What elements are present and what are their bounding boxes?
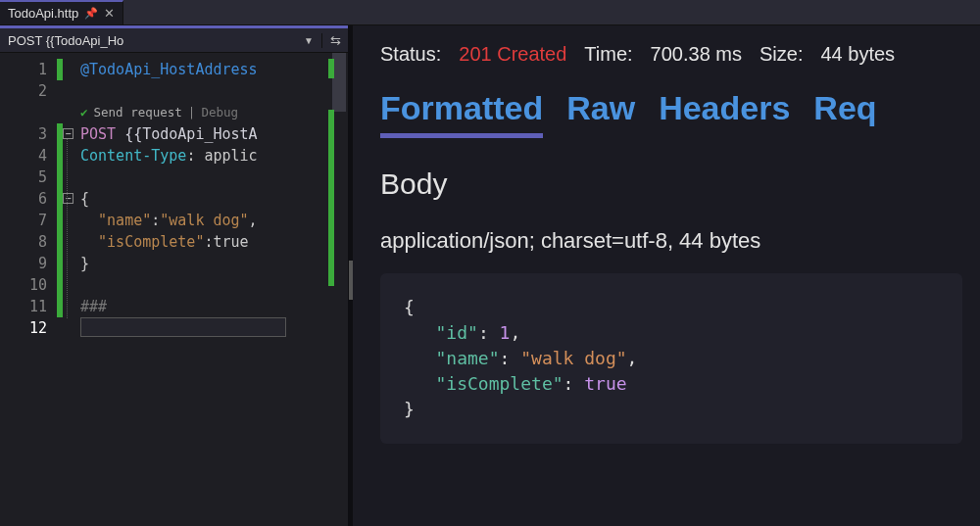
check-icon: ✔ (80, 102, 88, 123)
size-value: 44 bytes (820, 43, 895, 66)
code-text: } (80, 255, 89, 272)
overview-ruler (328, 59, 334, 286)
code-surface[interactable]: − − @TodoApi_HostAddress ✔ Send request … (63, 59, 348, 526)
line-number: 9 (0, 253, 47, 274)
line-number: 5 (0, 167, 47, 188)
status-value: 201 Created (459, 43, 566, 66)
json-key: "name" (98, 212, 151, 229)
line-number-gutter: 1 2 3 4 5 6 7 8 9 10 11 12 (0, 59, 57, 526)
code-text: { (80, 190, 89, 208)
debug-link[interactable]: Debug (201, 102, 238, 123)
response-view-tabs: Formatted Raw Headers Req (380, 89, 962, 138)
document-tab[interactable]: TodoApi.http 📌 ✕ (0, 0, 123, 24)
tab-title: TodoApi.http (8, 6, 78, 21)
tab-raw[interactable]: Raw (566, 89, 635, 138)
scrollbar-thumb[interactable] (332, 53, 346, 112)
status-line: Status: 201 Created Time: 700.38 ms Size… (380, 43, 962, 66)
tab-strip: TodoApi.http 📌 ✕ (0, 0, 980, 25)
request-separator: ### (80, 298, 107, 315)
request-selector-label: POST {{TodoApi_Ho (8, 33, 123, 48)
response-body[interactable]: { "id": 1, "name": "walk dog", "isComple… (380, 273, 962, 444)
http-method: POST (80, 125, 116, 143)
app-root: TodoApi.http 📌 ✕ POST {{TodoApi_Ho ▼ ⇆ 1… (0, 0, 980, 526)
pin-icon[interactable]: 📌 (84, 7, 98, 20)
json-value: true (213, 233, 248, 251)
line-number: 10 (0, 274, 47, 296)
fold-toggle-icon[interactable]: − (63, 128, 74, 139)
time-label: Time: (584, 43, 632, 66)
header-value: applic (195, 147, 257, 165)
json-value: "walk dog" (160, 212, 248, 229)
separator: | (188, 102, 196, 123)
fold-toggle-icon[interactable]: − (63, 193, 74, 204)
body-heading: Body (380, 167, 962, 201)
codelens: ✔ Send request | Debug (80, 102, 238, 123)
header-name: Content-Type (80, 147, 186, 165)
time-value: 700.38 ms (651, 43, 742, 66)
line-number: 6 (0, 188, 47, 210)
content-type-line: application/json; charset=utf-8, 44 byte… (380, 228, 962, 254)
code-editor[interactable]: 1 2 3 4 5 6 7 8 9 10 11 12 (0, 53, 348, 526)
navigate-button[interactable]: ⇆ (322, 33, 348, 48)
line-number: 2 (0, 80, 47, 102)
line-number: 11 (0, 296, 47, 317)
tab-headers[interactable]: Headers (659, 89, 790, 138)
line-number: 4 (0, 145, 47, 167)
json-key: "isComplete" (98, 233, 204, 251)
response-panel: Status: 201 Created Time: 700.38 ms Size… (353, 25, 980, 526)
close-icon[interactable]: ✕ (104, 6, 115, 21)
line-number: 7 (0, 210, 47, 231)
send-request-link[interactable]: Send request (94, 102, 182, 123)
code-text: @TodoApi_HostAddress (80, 61, 258, 78)
status-label: Status: (380, 43, 441, 66)
line-number: 12 (0, 317, 47, 339)
line-number: 1 (0, 59, 47, 80)
code-text: {{TodoApi_HostA (124, 125, 257, 143)
caret-line[interactable] (80, 317, 286, 337)
line-number: 8 (0, 231, 47, 253)
line-number: 3 (0, 123, 47, 145)
editor-pane: POST {{TodoApi_Ho ▼ ⇆ 1 2 3 4 5 6 7 8 9 … (0, 25, 349, 526)
chevron-down-icon: ▼ (304, 35, 314, 46)
tab-request[interactable]: Req (813, 89, 876, 138)
indent-guide (67, 139, 68, 318)
tab-formatted[interactable]: Formatted (380, 89, 543, 138)
size-label: Size: (760, 43, 803, 66)
request-selector-bar: POST {{TodoApi_Ho ▼ ⇆ (0, 25, 348, 53)
split-container: POST {{TodoApi_Ho ▼ ⇆ 1 2 3 4 5 6 7 8 9 … (0, 25, 980, 526)
request-selector-dropdown[interactable]: POST {{TodoApi_Ho ▼ (0, 33, 322, 48)
